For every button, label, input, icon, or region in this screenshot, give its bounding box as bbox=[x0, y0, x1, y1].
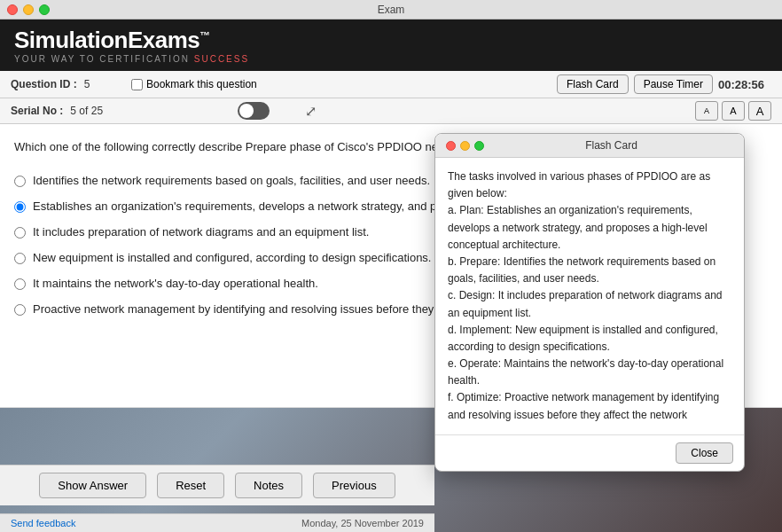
date-display: Monday, 25 November 2019 bbox=[301, 518, 424, 528]
option-5-radio[interactable] bbox=[14, 278, 26, 290]
close-button[interactable] bbox=[7, 4, 18, 15]
maximize-button[interactable] bbox=[39, 4, 50, 15]
brand-title: SimulationExams™ bbox=[14, 27, 768, 54]
brand-tagline: YOUR WAY TO CERTIFICATION SUCCESS bbox=[14, 54, 768, 64]
option-4-radio[interactable] bbox=[14, 253, 26, 264]
show-answer-button[interactable]: Show Answer bbox=[39, 473, 146, 498]
reset-button[interactable]: Reset bbox=[157, 473, 224, 498]
option-2-radio[interactable] bbox=[14, 201, 26, 213]
expand-icon[interactable]: ⤢ bbox=[305, 103, 317, 120]
option-5-text: It maintains the network's day-to-day op… bbox=[33, 277, 318, 290]
popup-close-dot[interactable] bbox=[446, 141, 456, 151]
serial-no-value: 5 of 25 bbox=[70, 105, 103, 117]
font-medium-button[interactable]: A bbox=[722, 101, 745, 121]
window-title: Exam bbox=[378, 4, 405, 16]
bottom-bar: Show Answer Reset Notes Previous bbox=[0, 465, 434, 505]
controls-row: Serial No : 5 of 25 ⤢ A A A bbox=[0, 98, 782, 124]
bookmark-checkbox[interactable] bbox=[131, 79, 143, 90]
flash-card-popup: Flash Card The tasks involved in various… bbox=[434, 133, 745, 472]
meta-bar: Question ID : 5 Bookmark this question F… bbox=[0, 71, 782, 98]
status-bar: Send feedback Monday, 25 November 2019 bbox=[0, 513, 434, 532]
close-button[interactable]: Close bbox=[676, 442, 733, 464]
option-3-text: It includes preparation of network diagr… bbox=[33, 225, 369, 239]
popup-body-text: The tasks involved in various phases of … bbox=[448, 170, 723, 421]
font-buttons: A A A bbox=[695, 101, 771, 121]
popup-footer: Close bbox=[435, 434, 744, 471]
notes-button[interactable]: Notes bbox=[235, 473, 302, 498]
question-id-value: 5 bbox=[84, 78, 90, 90]
popup-minimize-dot[interactable] bbox=[460, 141, 470, 151]
serial-no-label: Serial No : bbox=[11, 105, 63, 117]
popup-maximize-dot[interactable] bbox=[474, 141, 484, 151]
popup-header: Flash Card bbox=[435, 134, 744, 158]
option-1-radio[interactable] bbox=[14, 176, 26, 187]
toggle-switch[interactable] bbox=[238, 102, 270, 120]
popup-title: Flash Card bbox=[489, 139, 733, 152]
option-1-text: Identifies the network requirements base… bbox=[33, 174, 430, 187]
send-feedback-link[interactable]: Send feedback bbox=[11, 518, 75, 528]
option-4-text: New equipment is installed and configure… bbox=[33, 251, 431, 264]
meta-center: Bookmark this question bbox=[131, 78, 543, 90]
window-chrome: Exam bbox=[0, 0, 782, 20]
meta-left: Question ID : 5 bbox=[11, 78, 117, 90]
question-id-label: Question ID : bbox=[11, 78, 77, 90]
popup-window-controls[interactable] bbox=[446, 141, 484, 151]
previous-button[interactable]: Previous bbox=[313, 473, 395, 498]
timer-display: 00:28:56 bbox=[718, 78, 771, 91]
bookmark-label: Bookmark this question bbox=[146, 78, 257, 90]
pause-timer-button[interactable]: Pause Timer bbox=[634, 74, 713, 94]
window-controls[interactable] bbox=[7, 4, 50, 15]
minimize-button[interactable] bbox=[23, 4, 34, 15]
font-small-button[interactable]: A bbox=[695, 101, 718, 121]
serial-no-area: Serial No : 5 of 25 bbox=[11, 105, 117, 117]
option-6-radio[interactable] bbox=[14, 304, 26, 316]
font-large-button[interactable]: A bbox=[748, 101, 771, 121]
bookmark-check[interactable]: Bookmark this question bbox=[131, 78, 257, 90]
popup-body: The tasks involved in various phases of … bbox=[435, 158, 744, 434]
flash-card-button[interactable]: Flash Card bbox=[557, 74, 629, 94]
toggle-container[interactable] bbox=[238, 102, 270, 120]
app-container: SimulationExams™ YOUR WAY TO CERTIFICATI… bbox=[0, 20, 782, 532]
meta-buttons: Flash Card Pause Timer 00:28:56 bbox=[557, 74, 771, 94]
option-3-radio[interactable] bbox=[14, 227, 26, 239]
brand-bar: SimulationExams™ YOUR WAY TO CERTIFICATI… bbox=[0, 20, 782, 71]
